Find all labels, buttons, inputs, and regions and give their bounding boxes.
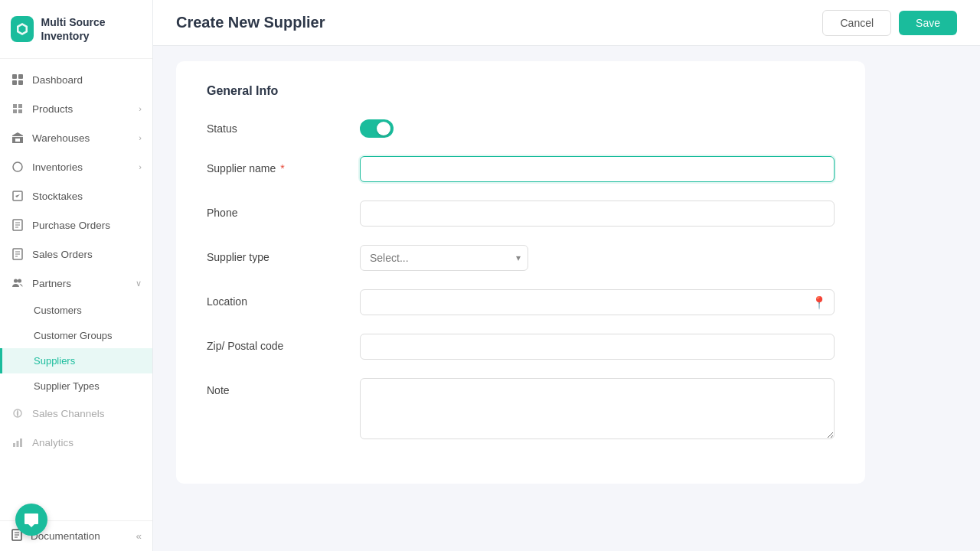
sidebar-item-warehouses-label: Warehouses [32,132,90,144]
sidebar-item-analytics[interactable]: Analytics [0,428,152,457]
required-indicator: * [277,162,284,174]
status-row: Status [207,116,835,138]
main-content: Create New Supplier Cancel Save General … [153,0,980,551]
page-title: Create New Supplier [176,14,325,31]
svg-point-10 [14,279,18,283]
cancel-button[interactable]: Cancel [822,10,891,36]
phone-row: Phone [207,201,835,227]
location-input[interactable] [360,289,835,315]
chat-fab-button[interactable] [15,504,47,536]
location-row: Location 📍 [207,289,835,315]
sidebar-item-purchase-orders-label: Purchase Orders [32,220,110,231]
app-title: Multi Source Inventory [41,15,142,43]
svg-rect-15 [20,439,22,447]
svg-point-11 [18,279,21,283]
svg-rect-3 [18,74,23,79]
phone-label: Phone [207,201,345,219]
sidebar-item-purchase-orders[interactable]: Purchase Orders [0,210,152,240]
location-label: Location [207,289,345,308]
phone-input[interactable] [360,201,835,227]
sidebar-item-partners-label: Partners [32,278,71,289]
svg-point-6 [13,162,22,171]
sidebar-item-partners[interactable]: Partners ∨ [0,269,152,298]
inventories-icon [11,160,24,174]
sidebar-item-analytics-label: Analytics [32,437,74,448]
sidebar-item-inventories[interactable]: Inventories › [0,152,152,181]
warehouses-chevron-icon: › [139,133,142,142]
sidebar-sub-customer-groups-label: Customer Groups [34,330,113,341]
sidebar-sub-supplier-types-label: Supplier Types [34,380,100,392]
stocktakes-icon [11,189,24,203]
content-area: General Info Status Supplier name * [153,46,980,551]
sidebar-sub-suppliers-label: Suppliers [34,355,75,367]
sales-orders-icon [11,247,24,261]
save-button[interactable]: Save [899,11,957,35]
zip-label: Zip/ Postal code [207,334,345,352]
dashboard-icon [11,73,24,86]
location-wrapper: 📍 [360,289,835,315]
status-label: Status [207,116,345,135]
sidebar-item-sales-orders-label: Sales Orders [32,249,93,260]
collapse-sidebar-icon[interactable]: « [136,530,142,542]
sidebar-sub-item-suppliers[interactable]: Suppliers [0,348,152,373]
section-title: General Info [207,84,835,98]
purchase-orders-icon [11,218,24,232]
svg-rect-13 [13,443,15,447]
supplier-type-select-wrapper: Select... Manufacturer Wholesaler Retail… [360,245,528,271]
sidebar-item-dashboard-label: Dashboard [32,74,83,86]
supplier-type-row: Supplier type Select... Manufacturer Who… [207,245,835,271]
sidebar-item-stocktakes-label: Stocktakes [32,191,83,202]
top-bar-actions: Cancel Save [822,10,957,36]
supplier-name-label: Supplier name * [207,156,345,174]
sidebar-item-dashboard[interactable]: Dashboard [0,65,152,94]
sidebar-sub-item-customers[interactable]: Customers [0,298,152,323]
supplier-name-row: Supplier name * [207,156,835,182]
sidebar-item-stocktakes[interactable]: Stocktakes [0,181,152,210]
sidebar: Multi Source Inventory Dashboard Product… [0,0,153,551]
analytics-icon [11,435,24,449]
supplier-type-label: Supplier type [207,245,345,263]
supplier-name-control [360,156,835,182]
products-icon [11,102,24,116]
supplier-type-control: Select... Manufacturer Wholesaler Retail… [360,245,835,271]
phone-control [360,201,835,227]
sidebar-header: Multi Source Inventory [0,0,152,59]
sidebar-item-sales-orders[interactable]: Sales Orders [0,240,152,269]
sidebar-sub-item-customer-groups[interactable]: Customer Groups [0,323,152,348]
sidebar-item-warehouses[interactable]: Warehouses › [0,123,152,152]
status-toggle-wrapper [360,116,835,138]
sidebar-nav: Dashboard Products › Warehouses › Invent… [0,59,152,520]
note-textarea[interactable] [360,378,835,439]
top-bar: Create New Supplier Cancel Save [153,0,980,46]
note-control [360,378,835,442]
status-toggle[interactable] [360,119,394,138]
zip-control [360,334,835,360]
svg-rect-4 [12,80,17,85]
zip-input[interactable] [360,334,835,360]
sidebar-item-products[interactable]: Products › [0,94,152,123]
toggle-thumb [377,122,390,135]
sidebar-item-sales-channels-label: Sales Channels [32,408,105,419]
inventories-chevron-icon: › [139,162,142,171]
supplier-type-select[interactable]: Select... Manufacturer Wholesaler Retail… [360,245,528,271]
sidebar-item-inventories-label: Inventories [32,161,83,173]
form-card: General Info Status Supplier name * [176,61,865,484]
svg-rect-14 [17,441,19,447]
sidebar-item-products-label: Products [32,103,73,115]
supplier-name-input[interactable] [360,156,835,182]
sidebar-item-sales-channels[interactable]: Sales Channels [0,399,152,428]
sales-channels-icon [11,406,24,420]
partners-chevron-icon: ∨ [136,279,142,289]
location-control: 📍 [360,289,835,315]
warehouses-icon [11,131,24,145]
sidebar-sub-customers-label: Customers [34,305,82,316]
svg-rect-5 [18,80,23,85]
note-row: Note [207,378,835,442]
zip-row: Zip/ Postal code [207,334,835,360]
products-chevron-icon: › [139,104,142,113]
app-logo-icon [11,16,34,42]
note-label: Note [207,378,345,396]
svg-rect-2 [12,74,17,79]
sidebar-sub-item-supplier-types[interactable]: Supplier Types [0,373,152,399]
partners-icon [11,276,24,290]
